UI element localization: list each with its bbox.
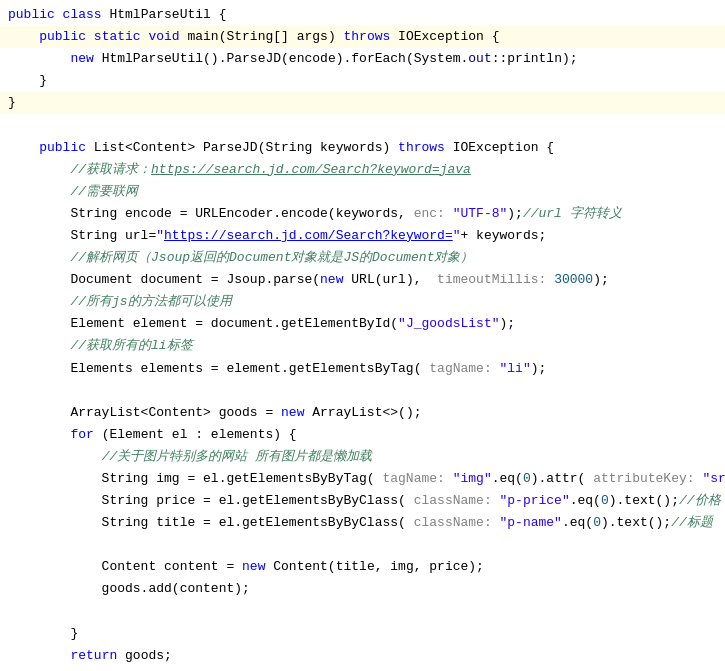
code-line-blank4 [0, 601, 725, 623]
code-line-blank3 [0, 534, 725, 556]
keyword-class: class [63, 4, 110, 26]
code-line-4: } [0, 70, 725, 92]
code-line-5: } [0, 92, 725, 114]
code-line-2: public static void main(String[] args) t… [0, 26, 725, 48]
code-line-18: for (Element el : elements) { [0, 424, 725, 446]
code-line-1: public class HtmlParseUtil { [0, 4, 725, 26]
code-line-3: new HtmlParseUtil().ParseJD(encode).forE… [0, 48, 725, 70]
code-line-blank1 [0, 114, 725, 136]
code-line-14: Element element = document.getElementByI… [0, 313, 725, 335]
code-line-7: //获取请求：https://search.jd.com/Search?keyw… [0, 159, 725, 181]
code-line-13: //所有js的方法都可以使用 [0, 291, 725, 313]
code-line-blank2 [0, 380, 725, 402]
code-line-blank5 [0, 667, 725, 671]
code-line-21: String price = el.getElementsByByClass( … [0, 490, 725, 512]
class-name: HtmlParseUtil { [109, 4, 226, 26]
code-line-22: String title = el.getElementsByByClass( … [0, 512, 725, 534]
code-line-16: Elements elements = element.getElementsB… [0, 358, 725, 380]
code-line-12: Document document = Jsoup.parse(new URL(… [0, 269, 725, 291]
keyword-throws: throws [343, 26, 398, 48]
code-line-11: //解析网页（Jsoup返回的Document对象就是JS的Document对象… [0, 247, 725, 269]
code-line-8: //需要联网 [0, 181, 725, 203]
code-line-17: ArrayList<Content> goods = new ArrayList… [0, 402, 725, 424]
code-line-23: Content content = new Content(title, img… [0, 556, 725, 578]
keyword-public: public [8, 4, 63, 26]
code-line-26: return goods; [0, 645, 725, 667]
code-line-20: String img = el.getElementsByByTag( tagN… [0, 468, 725, 490]
code-line-25: } [0, 623, 725, 645]
code-line-10: String url="https://search.jd.com/Search… [0, 225, 725, 247]
code-line-15: //获取所有的li标签 [0, 335, 725, 357]
code-line-19: //关于图片特别多的网站 所有图片都是懒加载 [0, 446, 725, 468]
code-editor: public class HtmlParseUtil { public stat… [0, 0, 725, 671]
code-line-9: String encode = URLEncoder.encode(keywor… [0, 203, 725, 225]
code-line-24: goods.add(content); [0, 578, 725, 600]
code-line-6: public List<Content> ParseJD(String keyw… [0, 137, 725, 159]
